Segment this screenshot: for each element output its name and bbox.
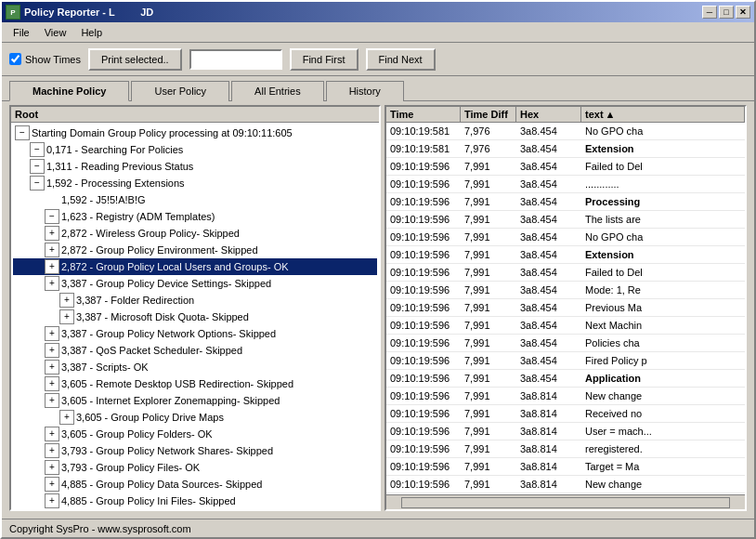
table-row[interactable]: 09:10:19:5967,9913a8.454Failed to Del (386, 264, 745, 282)
expand-icon[interactable]: + (45, 443, 59, 458)
tree-item[interactable]: +3,387 - Group Policy Network Options- S… (13, 325, 377, 342)
tab-all-entries[interactable]: All Entries (231, 81, 324, 101)
tree-item[interactable]: +3,793 - Group Policy Network Shares- Sk… (13, 442, 377, 459)
table-col-header-time[interactable]: Time (386, 107, 461, 122)
menu-file[interactable]: File (6, 25, 37, 40)
maximize-button[interactable]: □ (719, 6, 734, 19)
table-cell-text: New change (581, 388, 745, 404)
collapse-icon[interactable]: − (15, 125, 30, 140)
horizontal-scrollbar[interactable] (386, 494, 745, 509)
table-row[interactable]: 09:10:19:5967,9913a8.454Policies cha (386, 335, 745, 352)
table-row[interactable]: 09:10:19:5967,9913a8.454............ (386, 176, 745, 193)
find-next-button[interactable]: Find Next (366, 48, 436, 71)
tree-item[interactable]: +3,793 - Group Policy Files- OK (13, 459, 377, 476)
expand-icon[interactable]: + (45, 393, 59, 408)
expand-icon[interactable]: + (59, 410, 74, 425)
tree-item[interactable]: +3,605 - Internet Explorer Zonemapping- … (13, 392, 377, 409)
tree-item[interactable]: +3,605 - Group Policy Drive Maps (13, 409, 377, 426)
menu-help[interactable]: Help (73, 25, 110, 40)
collapse-icon[interactable]: − (30, 159, 45, 174)
table-row[interactable]: 09:10:19:5967,9913a8.454Mode: 1, Re (386, 282, 745, 299)
find-first-button[interactable]: Find First (290, 48, 358, 71)
close-button[interactable]: ✕ (736, 6, 750, 19)
table-row[interactable]: 09:10:19:5967,9913a8.454Failed to Del (386, 158, 745, 176)
table-row[interactable]: 09:10:19:5817,9763a8.454No GPO cha (386, 123, 745, 140)
table-cell-time: 09:10:19:596 (386, 246, 461, 263)
minimize-button[interactable]: ─ (702, 6, 717, 19)
table-col-header-hex[interactable]: Hex (516, 107, 581, 122)
tree-item[interactable]: +3,387 - Microsoft Disk Quota- Skipped (13, 309, 377, 325)
table-row[interactable]: 09:10:19:5967,9913a8.814New change (386, 388, 745, 405)
table-row[interactable]: 09:10:19:5967,9913a8.454No GPO cha (386, 229, 745, 246)
collapse-icon[interactable]: − (45, 209, 59, 224)
tree-item[interactable]: +3,605 - Remote Desktop USB Redirection-… (13, 375, 377, 392)
expand-icon[interactable]: + (45, 477, 59, 492)
table-row[interactable]: 09:10:19:5967,9913a8.814User = mach... (386, 423, 745, 440)
table-row[interactable]: 09:10:19:5967,9913a8.454Previous Ma (386, 299, 745, 317)
expand-icon[interactable]: + (45, 343, 59, 358)
expand-icon[interactable]: + (59, 309, 74, 324)
expand-icon[interactable]: + (45, 326, 59, 341)
print-selected-button[interactable]: Print selected.. (88, 48, 182, 71)
table-cell-text: The lists are (581, 211, 745, 228)
table-col-header-time-diff[interactable]: Time Diff (461, 107, 516, 122)
expand-icon[interactable]: + (45, 276, 59, 291)
tree-item[interactable]: +3,605 - Group Policy Folders- OK (13, 426, 377, 442)
tree-item[interactable]: +3,387 - Group Policy Device Settings- S… (13, 275, 377, 292)
table-row[interactable]: 09:10:19:5817,9763a8.454Extension (386, 140, 745, 158)
tab-history[interactable]: History (326, 81, 404, 101)
table-row[interactable]: 09:10:19:5967,9913a8.814Received no (386, 405, 745, 423)
tree-item[interactable]: +3,387 - Scripts- OK (13, 359, 377, 375)
tree-item[interactable]: 1,592 - J5!5!A!B!G (13, 191, 377, 208)
table-row[interactable]: 09:10:19:5967,9913a8.454Processing (386, 193, 745, 211)
menu-view[interactable]: View (37, 25, 74, 40)
table-row[interactable]: 09:10:19:5967,9913a8.454Application (386, 370, 745, 388)
show-times-checkbox[interactable] (9, 53, 21, 65)
table-cell-timediff: 7,991 (461, 423, 516, 440)
tab-machine-policy[interactable]: Machine Policy (9, 81, 129, 101)
table-row[interactable]: 09:10:19:5967,9913a8.814reregistered. (386, 440, 745, 458)
tree-item[interactable]: −Starting Domain Group Policy processing… (13, 125, 377, 141)
table-row[interactable]: 09:10:19:5967,9913a8.814New change (386, 476, 745, 493)
expand-icon[interactable]: + (45, 243, 59, 257)
expand-icon[interactable]: + (45, 460, 59, 475)
tree-item[interactable]: +2,872 - Wireless Group Policy- Skipped (13, 225, 377, 242)
table-row[interactable]: 09:10:19:5967,9913a8.454Next Machin (386, 317, 745, 335)
table-row[interactable]: 09:10:19:5967,9913a8.454Fired Policy p (386, 352, 745, 370)
collapse-icon[interactable]: − (30, 142, 45, 157)
search-input-area[interactable] (189, 49, 282, 70)
expand-icon[interactable]: + (45, 427, 59, 441)
tree-item-label: 3,387 - Group Policy Network Options- Sk… (61, 326, 276, 341)
show-times-label[interactable]: Show Times (9, 53, 81, 65)
tree-item[interactable]: +4,885 - Group Policy Data Sources- Skip… (13, 476, 377, 493)
expand-icon[interactable]: + (45, 376, 59, 391)
tree-item[interactable]: −1,623 - Registry (ADM Templates) (13, 208, 377, 225)
table-cell-time: 09:10:19:581 (386, 140, 461, 157)
table-row[interactable]: 09:10:19:5967,9913a8.814Target = Ma (386, 458, 745, 476)
table-col-header-text[interactable]: text ▲ (581, 107, 745, 122)
tree-area[interactable]: −Starting Domain Group Policy processing… (11, 123, 379, 509)
table-row[interactable]: 09:10:19:5967,9913a8.454The lists are (386, 211, 745, 229)
collapse-icon[interactable]: − (30, 176, 45, 191)
tree-item[interactable]: −0,171 - Searching For Policies (13, 141, 377, 158)
hscroll-track[interactable] (401, 497, 730, 508)
table-row[interactable]: 09:10:19:5967,9913a8.454Extension (386, 246, 745, 264)
expand-icon[interactable]: + (45, 493, 59, 508)
table-cell-hex: 3a8.454 (516, 299, 581, 316)
tree-item[interactable]: +4,885 - Group Policy Ini Files- Skipped (13, 493, 377, 509)
tree-item[interactable]: +3,387 - QoS Packet Scheduler- Skipped (13, 342, 377, 359)
expand-icon[interactable]: + (45, 259, 59, 274)
expand-icon[interactable]: + (45, 226, 59, 241)
tree-item[interactable]: +2,872 - Group Policy Local Users and Gr… (13, 258, 377, 275)
expand-icon[interactable]: + (59, 293, 74, 308)
tree-item[interactable]: +3,387 - Folder Redirection (13, 292, 377, 309)
tree-item[interactable]: −1,592 - Processing Extensions (13, 175, 377, 191)
tree-item[interactable]: −1,311 - Reading Previous Status (13, 158, 377, 175)
expand-icon[interactable]: + (45, 360, 59, 375)
table-cell-hex: 3a8.454 (516, 158, 581, 175)
table-cell-time: 09:10:19:596 (386, 282, 461, 298)
table-cell-text: Policies cha (581, 335, 745, 351)
tree-item[interactable]: +2,872 - Group Policy Environment- Skipp… (13, 242, 377, 258)
table-body[interactable]: 09:10:19:5817,9763a8.454No GPO cha09:10:… (386, 123, 745, 494)
tab-user-policy[interactable]: User Policy (131, 81, 229, 101)
